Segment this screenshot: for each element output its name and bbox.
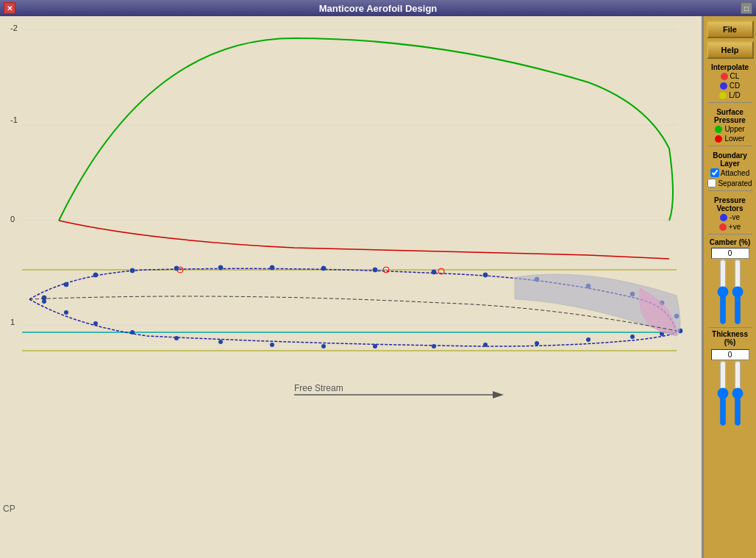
lower-text: Lower xyxy=(724,135,744,143)
camber-slider2[interactable] xyxy=(731,259,744,325)
svg-point-26 xyxy=(93,321,98,326)
svg-point-35 xyxy=(535,341,539,346)
boundary-layer-label: Boundary Layer xyxy=(707,151,753,168)
svg-point-13 xyxy=(270,265,274,270)
pos-ve-text: +ve xyxy=(729,223,741,231)
separated-checkbox-row: Separated xyxy=(707,179,752,187)
svg-point-24 xyxy=(42,299,46,304)
titlebar: ✕ Manticore Aerofoil Design □ xyxy=(0,0,756,16)
svg-point-8 xyxy=(64,282,68,287)
ld-text: L/D xyxy=(729,91,741,99)
interpolate-label: Interpolate xyxy=(711,63,749,71)
lower-legend: Lower xyxy=(715,135,744,143)
pos-ve-legend: +ve xyxy=(719,223,741,231)
main-container: -2 -1 0 1 xyxy=(0,16,756,558)
attached-checkbox-row: Attached xyxy=(710,168,749,177)
cl-text: CL xyxy=(730,72,740,80)
svg-point-36 xyxy=(586,337,591,342)
cd-legend: CD xyxy=(720,82,740,90)
svg-point-16 xyxy=(432,270,436,274)
lower-dot xyxy=(715,135,722,143)
attached-label: Attached xyxy=(721,169,749,177)
neg-ve-text: -ve xyxy=(730,213,740,221)
cl-dot xyxy=(721,73,728,80)
svg-point-14 xyxy=(321,266,326,271)
svg-point-29 xyxy=(218,340,223,344)
upper-legend: Upper xyxy=(715,125,744,133)
ld-dot xyxy=(719,92,727,99)
svg-point-12 xyxy=(218,265,223,270)
svg-point-17 xyxy=(483,273,488,277)
thickness-slider2[interactable] xyxy=(731,360,744,426)
help-button[interactable]: Help xyxy=(707,41,754,59)
cd-text: CD xyxy=(730,82,740,90)
camber-slider-container xyxy=(716,259,744,325)
svg-point-32 xyxy=(373,344,377,348)
ld-legend: L/D xyxy=(719,91,741,99)
right-panel: File Help Interpolate CL CD L/D Surface … xyxy=(703,16,756,558)
svg-point-30 xyxy=(270,343,274,347)
svg-point-33 xyxy=(432,344,436,348)
thickness-slider-container xyxy=(716,360,744,426)
svg-point-25 xyxy=(64,310,68,315)
app-title: Manticore Aerofoil Design xyxy=(319,3,438,14)
close-button[interactable]: ✕ xyxy=(4,2,15,14)
svg-point-27 xyxy=(130,330,135,335)
svg-marker-43 xyxy=(493,391,504,398)
separated-label: Separated xyxy=(718,179,752,187)
cd-dot xyxy=(720,82,727,90)
thickness-slider[interactable] xyxy=(716,360,730,426)
neg-ve-dot xyxy=(720,214,727,221)
chart-svg: Free Stream xyxy=(0,16,684,413)
svg-point-34 xyxy=(483,343,488,347)
pos-ve-dot xyxy=(719,223,727,231)
pressure-vectors-label: Pressure Vectors xyxy=(707,196,753,212)
upper-text: Upper xyxy=(724,125,744,133)
svg-point-15 xyxy=(373,268,377,272)
cl-legend: CL xyxy=(721,72,740,80)
file-button[interactable]: File xyxy=(707,21,754,38)
neg-ve-legend: -ve xyxy=(720,213,740,221)
cp-label: CP xyxy=(3,504,15,514)
chart-area: -2 -1 0 1 xyxy=(0,16,703,558)
svg-point-10 xyxy=(130,268,135,273)
svg-point-31 xyxy=(321,344,326,348)
svg-text:Free Stream: Free Stream xyxy=(294,383,343,393)
camber-value-display: 0 xyxy=(711,248,749,259)
svg-point-37 xyxy=(630,335,635,339)
maximize-button[interactable]: □ xyxy=(741,2,752,14)
thickness-value-display: 0 xyxy=(711,349,749,360)
separated-checkbox[interactable] xyxy=(707,179,716,187)
thickness-label: Thickness (%) xyxy=(707,330,753,346)
camber-label: Camber (%) xyxy=(710,238,751,246)
svg-point-9 xyxy=(93,273,98,277)
upper-dot xyxy=(715,126,722,133)
camber-slider[interactable] xyxy=(716,259,730,325)
attached-checkbox[interactable] xyxy=(710,168,719,177)
svg-point-28 xyxy=(174,336,179,340)
surface-pressure-label: Surface Pressure xyxy=(707,108,753,124)
